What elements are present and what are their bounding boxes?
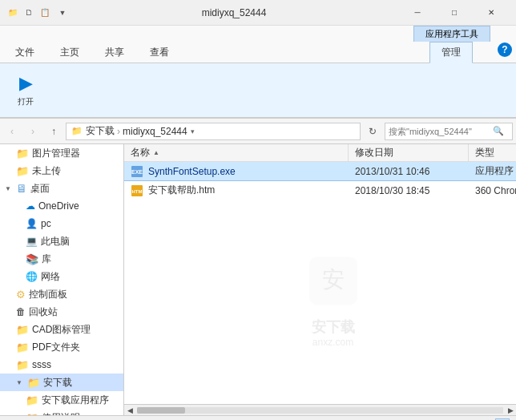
sidebar-item-recycle[interactable]: 🗑 回收站 xyxy=(0,303,123,321)
sidebar-item-ssss[interactable]: 📁 ssss xyxy=(0,356,123,374)
sidebar-item-usermanual[interactable]: 📁 使用说明 xyxy=(0,409,123,415)
sidebar-item-label: 安下载 xyxy=(43,376,72,390)
minimize-button[interactable]: ─ xyxy=(399,0,436,26)
folder-icon: 📚 xyxy=(26,253,38,265)
sidebar-item-label: 使用说明 xyxy=(42,411,80,416)
sidebar-item-anxz-apps[interactable]: 📁 安下载应用程序 xyxy=(0,391,123,409)
file-list-scroll[interactable]: 安 安下载 anxz.com EXE SynthFontSetup.exe 20 xyxy=(124,162,516,415)
title-bar-icons: 📁 🗋 📋 ▼ xyxy=(6,6,69,19)
column-date[interactable]: 修改日期 xyxy=(349,144,469,161)
sidebar-item-label: 回收站 xyxy=(29,305,58,319)
sidebar-item-label: 图片管理器 xyxy=(32,147,80,160)
quick-access-2[interactable]: 📋 xyxy=(38,6,51,19)
window-title: midiyxq_52444 xyxy=(69,7,399,18)
quick-access-1[interactable]: 🗋 xyxy=(22,6,35,19)
sidebar-item-label: pc xyxy=(41,218,51,229)
scroll-left-btn[interactable]: ◀ xyxy=(124,405,135,416)
path-segment-1: 安下载 xyxy=(86,124,115,138)
path-segment-2: midiyxq_52444 xyxy=(123,126,187,137)
tab-home[interactable]: 主页 xyxy=(48,42,91,63)
svg-text:安: 安 xyxy=(322,267,345,292)
file-cell-type: 360 Chrome H xyxy=(469,185,516,196)
sidebar-item-anxz[interactable]: ▼ 📁 安下载 xyxy=(0,374,123,391)
sidebar-item-pdf[interactable]: 📁 PDF文件夹 xyxy=(0,338,123,356)
htm-icon: HTM xyxy=(131,184,143,197)
title-bar: 📁 🗋 📋 ▼ midiyxq_52444 ─ □ ✕ xyxy=(0,0,516,26)
file-cell-date: 2018/10/30 18:45 xyxy=(349,185,469,196)
forward-button[interactable]: › xyxy=(24,123,42,140)
file-cell-name: HTM 安下载帮助.htm xyxy=(124,184,349,197)
folder-icon: ⚙ xyxy=(16,289,26,301)
folder-icon: 📁 xyxy=(27,377,40,389)
app-tools-label[interactable]: 应用程序工具 xyxy=(413,26,490,42)
address-path[interactable]: 📁 安下载 › midiyxq_52444 ▾ xyxy=(66,123,361,140)
horizontal-scrollbar[interactable]: ◀ ▶ xyxy=(124,404,516,415)
sidebar-item-unuploaded[interactable]: 📁 未上传 xyxy=(0,162,123,180)
sidebar-item-pc[interactable]: 👤 pc xyxy=(0,215,123,232)
tab-manage[interactable]: 管理 xyxy=(429,42,473,63)
ribbon: 文件 主页 共享 查看 应用程序工具 管理 ? ▶ 打开 xyxy=(0,26,516,119)
tab-share[interactable]: 共享 xyxy=(93,42,136,63)
column-name[interactable]: 名称 ▲ xyxy=(124,144,349,161)
folder-icon: 📁 xyxy=(16,165,29,177)
folder-icon: 📁 xyxy=(26,394,38,406)
title-bar-controls: ─ □ ✕ xyxy=(399,0,510,26)
pc-icon: 👤 xyxy=(26,218,38,229)
help-button[interactable]: ? xyxy=(494,38,516,61)
folder-icon: 📁 xyxy=(16,341,29,353)
network-icon: 🌐 xyxy=(26,271,38,282)
sidebar-item-label: 未上传 xyxy=(32,164,61,178)
refresh-button[interactable]: ↻ xyxy=(364,123,381,140)
sidebar-item-pictures[interactable]: 📁 图片管理器 xyxy=(0,144,123,162)
ribbon-tabs: 文件 主页 共享 查看 xyxy=(0,42,186,63)
file-cell-type: 应用程序 xyxy=(469,164,516,178)
sidebar-item-label: 安下载应用程序 xyxy=(42,394,109,407)
chevron-icon: ▼ xyxy=(16,379,24,386)
htm-file-icon: HTM xyxy=(131,184,143,197)
file-list-header: 名称 ▲ 修改日期 类型 xyxy=(124,144,516,162)
tab-file[interactable]: 文件 xyxy=(3,42,46,63)
file-row[interactable]: HTM 安下载帮助.htm 2018/10/30 18:45 360 Chrom… xyxy=(124,181,516,200)
ribbon-open-button[interactable]: ▶ 打开 xyxy=(6,67,45,114)
main-area: 📁 图片管理器 📁 未上传 ▼ 🖥 桌面 ☁ OneDrive 👤 pc 💻 此… xyxy=(0,144,516,415)
sidebar-item-label: CAD图标管理 xyxy=(32,323,91,337)
sidebar-item-library[interactable]: 📚 库 xyxy=(0,250,123,268)
sidebar-item-label: 此电脑 xyxy=(41,235,70,248)
file-list: 名称 ▲ 修改日期 类型 安 安下载 anxz.com xyxy=(124,144,516,415)
sidebar-item-onedrive[interactable]: ☁ OneDrive xyxy=(0,197,123,215)
window-icon: 📁 xyxy=(6,6,19,19)
sidebar-item-label: 控制面板 xyxy=(29,288,67,301)
sidebar-item-cad[interactable]: 📁 CAD图标管理 xyxy=(0,321,123,338)
file-row[interactable]: EXE SynthFontSetup.exe 2013/10/31 10:46 … xyxy=(124,162,516,181)
sidebar-item-thispc[interactable]: 💻 此电脑 xyxy=(0,232,123,250)
search-input[interactable] xyxy=(389,127,493,136)
file-cell-date: 2013/10/31 10:46 xyxy=(349,166,469,177)
watermark-logo: 安 xyxy=(301,248,365,313)
close-button[interactable]: ✕ xyxy=(473,0,510,26)
sidebar: 📁 图片管理器 📁 未上传 ▼ 🖥 桌面 ☁ OneDrive 👤 pc 💻 此… xyxy=(0,144,124,415)
back-button[interactable]: ‹ xyxy=(3,123,21,140)
scroll-right-btn[interactable]: ▶ xyxy=(505,405,516,416)
scrollbar-thumb[interactable] xyxy=(137,407,185,414)
maximize-button[interactable]: □ xyxy=(436,0,473,26)
svg-text:HTM: HTM xyxy=(132,189,143,194)
search-icon[interactable]: 🔍 xyxy=(493,126,504,136)
column-type[interactable]: 类型 xyxy=(469,144,516,161)
sidebar-item-desktop[interactable]: ▼ 🖥 桌面 xyxy=(0,180,123,197)
sidebar-item-network[interactable]: 🌐 网络 xyxy=(0,268,123,285)
sidebar-item-label: OneDrive xyxy=(38,200,79,212)
exe-icon: EXE xyxy=(131,165,143,178)
path-sep-1: › xyxy=(117,126,120,137)
quick-access-3[interactable]: ▼ xyxy=(56,6,69,19)
sidebar-item-controlpanel[interactable]: ⚙ 控制面板 xyxy=(0,285,123,303)
recycle-icon: 🗑 xyxy=(16,306,26,317)
tab-view[interactable]: 查看 xyxy=(138,42,181,63)
ribbon-content: ▶ 打开 xyxy=(0,63,516,118)
chevron-icon: ▼ xyxy=(5,185,13,192)
watermark-sub: anxz.com xyxy=(312,337,353,348)
scrollbar-track[interactable] xyxy=(137,407,503,414)
search-box[interactable]: 🔍 xyxy=(385,123,513,140)
onedrive-icon: ☁ xyxy=(26,200,35,212)
watermark: 安 安下载 anxz.com xyxy=(301,248,365,348)
up-button[interactable]: ↑ xyxy=(45,123,62,140)
